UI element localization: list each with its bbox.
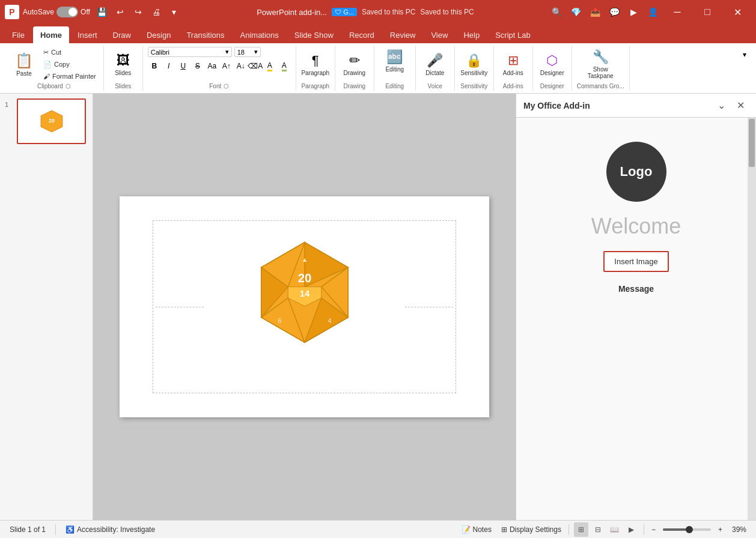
bold-button[interactable]: B	[148, 59, 161, 73]
italic-button[interactable]: I	[162, 59, 175, 73]
zoom-in-button[interactable]: +	[716, 524, 725, 535]
insert-image-button[interactable]: Insert Image	[603, 251, 668, 272]
account-button[interactable]: 👤	[644, 4, 661, 20]
designer-icon: ⬡	[546, 53, 558, 68]
title-center: PowerPoint add-in... 🛡 G... Saved to thi…	[186, 8, 544, 17]
task-pane-scroll-area[interactable]: Logo Welcome Insert Image Message	[516, 118, 756, 520]
tab-help[interactable]: Help	[456, 26, 487, 43]
copy-button[interactable]: 📄 Copy	[41, 59, 99, 70]
view-slidesorter-button[interactable]: ⊟	[591, 522, 605, 537]
tab-record[interactable]: Record	[342, 26, 382, 43]
maximize-button[interactable]: □	[694, 0, 721, 24]
addins-icon: ⊞	[508, 53, 519, 68]
redo-button[interactable]: ↪	[130, 4, 147, 20]
clipboard-group: 📋 Paste ✂ Cut 📄 Copy 🖌 Format Painter	[5, 46, 104, 91]
svg-text:14: 14	[299, 289, 309, 298]
title-bar-right: 🔍 💎 📤 💬 ▶ 👤 ─ □ ✕	[548, 0, 751, 24]
minimize-button[interactable]: ─	[663, 0, 691, 24]
accessibility-button[interactable]: ♿ Accessibility: Investigate	[63, 524, 157, 535]
scrollbar-thumb[interactable]	[749, 119, 755, 167]
present-button[interactable]: ▶	[625, 4, 642, 20]
tab-transitions[interactable]: Transitions	[179, 26, 231, 43]
tab-view[interactable]: View	[424, 26, 455, 43]
font-expand-icon[interactable]: ⬡	[224, 83, 229, 89]
task-pane-collapse-button[interactable]: ⌄	[713, 97, 730, 114]
task-pane-title: My Office Add-in	[523, 101, 590, 110]
editing-button[interactable]: 🔤 Editing	[379, 47, 410, 75]
clipboard-expand-icon[interactable]: ⬡	[66, 83, 71, 89]
cut-button[interactable]: ✂ Cut	[41, 47, 99, 58]
paste-button[interactable]: 📋 Paste	[10, 47, 38, 82]
toggle-knob	[69, 8, 77, 16]
addins-button[interactable]: ⊞ Add-ins	[499, 47, 528, 82]
save-button[interactable]: 💾	[94, 4, 111, 20]
commands-content: 🔧 ShowTaskpane	[582, 46, 618, 83]
font-decrease-button[interactable]: A↓	[234, 59, 248, 73]
task-pane-close-button[interactable]: ✕	[732, 97, 749, 114]
textcase-button[interactable]: Aa	[206, 59, 219, 73]
sensitivity-label: Sensitivity	[460, 83, 489, 91]
premium-button[interactable]: 💎	[567, 4, 584, 20]
tab-design[interactable]: Design	[139, 26, 178, 43]
slides-group: 🖼 Slides Slides	[104, 46, 143, 91]
ribbon-expand-button[interactable]: ▾	[738, 48, 751, 61]
undo-button[interactable]: ↩	[112, 4, 129, 20]
shield-badge[interactable]: 🛡 G...	[332, 8, 357, 16]
slide-thumbnail[interactable]: 20	[17, 98, 86, 144]
view-reading-button[interactable]: 📖	[608, 522, 622, 537]
strikethrough-button[interactable]: S	[191, 59, 204, 73]
close-button[interactable]: ✕	[724, 0, 751, 24]
tab-draw[interactable]: Draw	[106, 26, 138, 43]
svg-text:20: 20	[49, 118, 55, 124]
clear-format-button[interactable]: ⌫A	[249, 59, 262, 73]
designer-button[interactable]: ⬡ Designer	[538, 47, 567, 82]
new-slide-button[interactable]: 🖼 Slides	[109, 47, 138, 82]
sensitivity-group: 🔒 Sensitivity Sensitivity	[455, 46, 494, 91]
display-settings-button[interactable]: ⊞ Display Settings	[499, 524, 564, 535]
separator-1	[55, 524, 56, 535]
designer-content: ⬡ Designer	[538, 46, 567, 83]
underline-button[interactable]: U	[177, 59, 190, 73]
notes-button[interactable]: 📝 Notes	[459, 524, 494, 535]
slide-divider-right	[405, 307, 453, 307]
tab-slideshow[interactable]: Slide Show	[287, 26, 341, 43]
editing-group: 🔤 Editing Editing	[374, 46, 416, 91]
slide-canvas[interactable]: 20 14 6 4 ▲	[120, 196, 489, 417]
paragraph-button[interactable]: ¶ Paragraph	[301, 47, 330, 82]
font-color-button[interactable]: A	[263, 59, 276, 73]
search-button[interactable]: 🔍	[548, 4, 565, 20]
tab-animations[interactable]: Animations	[233, 26, 286, 43]
show-taskpane-button[interactable]: 🔧 ShowTaskpane	[582, 47, 618, 82]
tab-scriptlab[interactable]: Script Lab	[488, 26, 538, 43]
font-name-selector[interactable]: Calibri ▾	[148, 47, 232, 57]
highlight-button[interactable]: A	[278, 59, 291, 73]
format-painter-button[interactable]: 🖌 Format Painter	[41, 71, 99, 82]
tab-review[interactable]: Review	[383, 26, 423, 43]
view-normal-button[interactable]: ⊞	[574, 522, 588, 537]
tab-file[interactable]: File	[5, 26, 32, 43]
zoom-out-button[interactable]: −	[649, 524, 658, 535]
zoom-slider[interactable]	[663, 528, 711, 531]
view-slideshow-button[interactable]: ▶	[624, 522, 639, 537]
zoom-slider-thumb[interactable]	[686, 526, 693, 533]
zoom-level[interactable]: 39%	[730, 524, 749, 535]
font-increase-button[interactable]: A↑	[220, 59, 233, 73]
task-pane-header: My Office Add-in ⌄ ✕	[516, 94, 756, 118]
sensitivity-button[interactable]: 🔒 Sensitivity	[460, 47, 489, 82]
scrollbar-track[interactable]	[748, 118, 756, 520]
drawing-button[interactable]: ✏ Drawing	[340, 47, 369, 82]
paragraph-label: Paragraph	[301, 83, 330, 91]
autosave-label: AutoSave	[23, 8, 54, 16]
shield-icon: 🛡	[335, 8, 341, 16]
dictate-button[interactable]: 🎤 Dictate	[421, 47, 450, 82]
font-size-selector[interactable]: 18 ▾	[234, 47, 261, 57]
tab-insert[interactable]: Insert	[70, 26, 105, 43]
autosave-toggle[interactable]	[56, 7, 78, 17]
comments-button[interactable]: 💬	[606, 4, 623, 20]
print-button[interactable]: 🖨	[148, 4, 165, 20]
share-button[interactable]: 📤	[587, 4, 603, 20]
addins-label: Add-ins	[499, 83, 528, 91]
customize-button[interactable]: ▾	[166, 4, 183, 20]
tab-home[interactable]: Home	[33, 26, 69, 43]
clipboard-content: 📋 Paste ✂ Cut 📄 Copy 🖌 Format Painter	[10, 46, 99, 83]
